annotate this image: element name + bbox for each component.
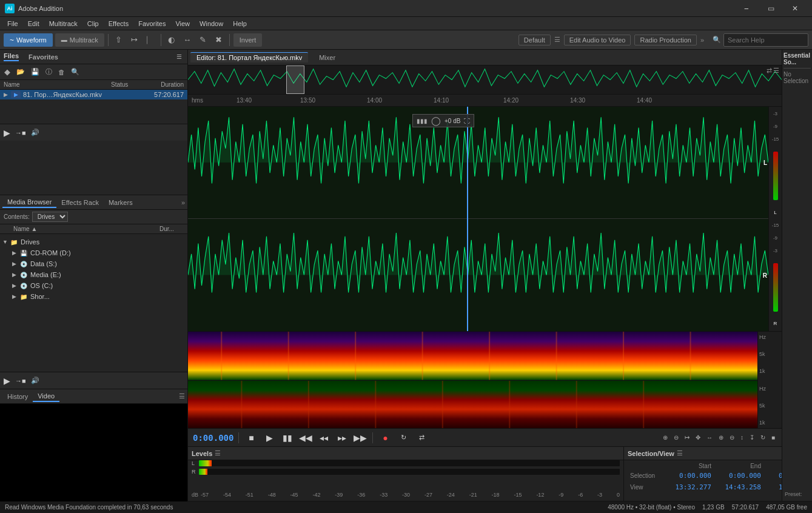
selection-tool-icon[interactable]: ⇧ (112, 33, 126, 47)
tree-item-os[interactable]: ▶ 💿 OS (C:) (0, 280, 187, 291)
selection-menu-icon[interactable]: ☰ (677, 449, 683, 457)
zoom-in-h-btn[interactable]: ⊕ (717, 434, 725, 441)
zoom-out-h-btn[interactable]: ⊖ (728, 434, 736, 441)
sel-selection-end[interactable]: 0:00.000 (715, 471, 763, 481)
marquee-icon[interactable]: ⎸ (144, 33, 157, 47)
zoom-full-btn[interactable]: ↔ (705, 434, 714, 441)
effects-rack-tab[interactable]: Effects Rack (56, 198, 104, 207)
playhead[interactable] (467, 107, 468, 331)
maximize-button[interactable]: ▭ (759, 0, 783, 17)
zoom-sel-btn[interactable]: ✥ (694, 434, 702, 441)
sel-view-duration[interactable]: 1:10.980 (765, 482, 782, 492)
tree-root-drives[interactable]: ▼ 📁 Drives (0, 236, 187, 247)
file-row[interactable]: ▶ ▶ 81. Пор…ЯндексКью.mkv 57:20.617 (0, 90, 187, 99)
waveform-button[interactable]: ~ Waveform (4, 33, 53, 47)
menu-clip[interactable]: Clip (82, 19, 104, 29)
delete-btn[interactable]: 🗑 (56, 68, 67, 76)
sel-view-end[interactable]: 14:43.258 (715, 482, 763, 492)
media-volume-btn[interactable]: 🔊 (31, 377, 39, 384)
record-btn[interactable]: ● (378, 431, 392, 445)
time-select-icon[interactable]: ↦ (128, 33, 141, 47)
files-tab[interactable]: Files (4, 52, 19, 61)
menu-edit[interactable]: Edit (23, 19, 44, 29)
menu-file[interactable]: File (2, 19, 23, 29)
menu-effects[interactable]: Effects (104, 19, 133, 29)
zoom-all-btn[interactable]: ■ (770, 434, 777, 441)
search-files-btn[interactable]: 🔍 (69, 67, 81, 76)
editor-tab-waveform[interactable]: Editor: 81. Портал ЯндексКью.mkv (190, 52, 308, 62)
stop-btn[interactable]: ■ (244, 431, 258, 445)
shortcuts-arrow: ▶ (12, 293, 19, 300)
svg-rect-14 (188, 381, 757, 429)
sel-selection-duration[interactable]: 0:00.000 (765, 471, 782, 481)
workspace-menu-icon[interactable]: ☰ (554, 36, 560, 44)
rewind-btn[interactable]: ◂◂ (317, 431, 331, 445)
zoom-out-btn[interactable]: ⊖ (672, 434, 680, 441)
sel-selection-start[interactable]: 0:00.000 (665, 471, 714, 481)
menu-help[interactable]: Help (228, 19, 252, 29)
editor-tab-mixer[interactable]: Mixer (313, 53, 341, 62)
titlebar-controls[interactable]: ‒ ▭ ✕ (734, 0, 807, 17)
close-button[interactable]: ✕ (783, 0, 807, 17)
workspace-more-icon[interactable]: » (700, 36, 704, 44)
preset-area: Preset: (783, 489, 811, 498)
zoom-in-btn[interactable]: ⊕ (661, 434, 669, 441)
media-browser-more-icon[interactable]: » (181, 199, 185, 206)
media-browser-tab[interactable]: Media Browser (2, 197, 56, 208)
radio-production-button[interactable]: Radio Production (634, 35, 696, 45)
tree-item-data[interactable]: ▶ 💿 Data (S:) (0, 258, 187, 269)
files-output-btn[interactable]: →■ (15, 129, 26, 136)
multitrack-button[interactable]: ▬ Multitrack (55, 33, 104, 47)
zoom-in-v-btn[interactable]: ↕ (739, 434, 745, 441)
go-start-btn[interactable]: ◀◀ (298, 431, 313, 445)
go-end-btn[interactable]: ▶▶ (353, 431, 367, 445)
files-play-btn[interactable]: ▶ (4, 128, 10, 138)
files-volume-btn[interactable]: 🔊 (31, 129, 39, 136)
volume-expand-icon[interactable]: ⛶ (464, 118, 470, 124)
pause-btn[interactable]: ▮▮ (280, 431, 295, 445)
video-tab[interactable]: Video (33, 391, 59, 402)
spot-heal-icon[interactable]: ✖ (212, 33, 226, 47)
sel-view-start[interactable]: 13:32.277 (665, 482, 714, 492)
info-btn[interactable]: ⓘ (44, 67, 54, 77)
waveform-canvas[interactable]: ▮▮▮ ◯ +0 dB ⛶ L (188, 107, 768, 331)
bounce-btn[interactable]: ⇄ (414, 431, 429, 445)
hv-menu-icon[interactable]: ☰ (179, 392, 185, 400)
fast-forward-btn[interactable]: ▸▸ (335, 431, 349, 445)
menu-window[interactable]: Window (195, 19, 228, 29)
new-file-btn[interactable]: ◆ (2, 67, 12, 77)
menu-favorites[interactable]: Favorites (133, 19, 170, 29)
menu-multitrack[interactable]: Multitrack (44, 19, 82, 29)
save-file-btn[interactable]: 💾 (29, 67, 41, 76)
loop-btn[interactable]: ↻ (396, 431, 411, 445)
zoom-in-overview-btn[interactable]: ⇄ (767, 67, 772, 75)
media-play-btn[interactable]: ▶ (4, 376, 10, 386)
zoom-reset-btn[interactable]: ↻ (759, 434, 767, 441)
play-btn[interactable]: ▶ (262, 431, 277, 445)
overview-selection-indicator[interactable] (286, 65, 304, 94)
edit-audio-video-button[interactable]: Edit Audio to Video (564, 35, 631, 45)
files-panel-menu[interactable]: ☰ (175, 53, 184, 61)
zoom-fit-btn[interactable]: ↦ (683, 434, 691, 441)
tree-item-shortcuts[interactable]: ▶ 📁 Shor... (0, 291, 187, 302)
favorites-tab[interactable]: Favorites (29, 53, 58, 61)
markers-tab[interactable]: Markers (104, 198, 138, 207)
minimize-button[interactable]: ‒ (734, 0, 759, 17)
brush-icon[interactable]: ✎ (196, 33, 210, 47)
razor-icon[interactable]: ◐ (165, 33, 178, 47)
history-tab[interactable]: History (2, 392, 33, 401)
search-input[interactable] (723, 33, 808, 47)
levels-menu-icon[interactable]: ☰ (215, 449, 221, 457)
open-file-btn[interactable]: 📂 (15, 67, 27, 76)
contents-select[interactable]: Drives (32, 212, 68, 222)
menu-view[interactable]: View (170, 19, 195, 29)
zoom-out-overview-btn[interactable]: ☰ (773, 67, 779, 75)
media-output-btn[interactable]: →■ (15, 377, 26, 384)
invert-button[interactable]: Invert (233, 33, 263, 47)
slip-icon[interactable]: ↔ (181, 33, 194, 47)
data-arrow: ▶ (12, 261, 19, 267)
tree-item-media[interactable]: ▶ 💿 Media (E:) (0, 269, 187, 280)
zoom-out-v-btn[interactable]: ↧ (748, 434, 756, 441)
tree-item-cdrom[interactable]: ▶ 💾 CD-ROM (D:) (0, 247, 187, 258)
default-workspace-button[interactable]: Default (518, 35, 551, 45)
